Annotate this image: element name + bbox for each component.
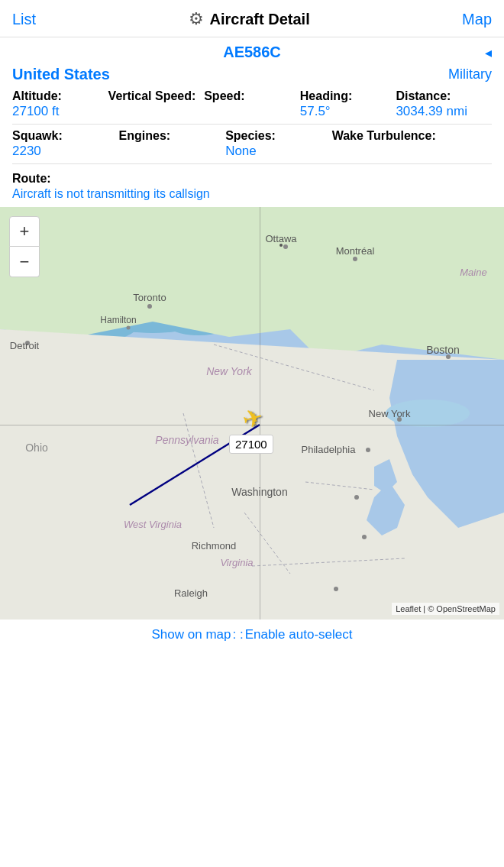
svg-text:Boston: Boston — [426, 344, 460, 356]
svg-text:West Virginia: West Virginia — [124, 519, 182, 530]
engines-label: Engines: — [119, 129, 226, 143]
header-center: ⚙ Aircraft Detail — [189, 9, 310, 29]
svg-text:New York: New York — [369, 408, 411, 419]
list-button[interactable]: List — [12, 11, 36, 28]
classification-badge: Military — [448, 66, 492, 82]
country-name: United States — [12, 66, 110, 83]
route-value: Aircraft is not transmitting its callsig… — [12, 187, 492, 201]
below-map: Show on map : : Enable auto-select — [0, 620, 504, 650]
info-section-2: Squawk: 2230 Engines: Species: None Wake… — [0, 129, 504, 159]
svg-point-23 — [366, 448, 370, 452]
callsign: AE586C — [223, 44, 281, 61]
species-value: None — [225, 144, 332, 159]
info-row-1: Altitude: 27100 ft Vertical Speed: Speed… — [12, 89, 492, 119]
heading-value: 57.5° — [300, 104, 396, 119]
svg-text:Ohio: Ohio — [25, 442, 48, 454]
divider-2 — [12, 163, 492, 164]
engines-col: Engines: — [119, 129, 226, 159]
wake-turbulence-col: Wake Turbulence: — [332, 129, 492, 159]
vertical-speed-col: Vertical Speed: — [108, 89, 205, 119]
separator: : : — [232, 627, 243, 642]
leaflet-attribution: Leaflet | © OpenStreetMap — [396, 604, 496, 613]
callsign-row: AE586C ◂ — [0, 37, 504, 63]
route-section: Route: Aircraft is not transmitting its … — [0, 169, 504, 207]
distance-col: Distance: 3034.39 nmi — [396, 89, 492, 119]
altitude-label: Altitude: — [12, 89, 108, 103]
heading-col: Heading: 57.5° — [300, 89, 396, 119]
svg-text:Hamilton: Hamilton — [100, 315, 136, 325]
gear-icon[interactable]: ⚙ — [189, 9, 204, 29]
squawk-col: Squawk: 2230 — [12, 129, 119, 159]
svg-text:Toronto: Toronto — [133, 292, 166, 303]
map-attribution: Leaflet | © OpenStreetMap — [392, 603, 499, 615]
divider-1 — [12, 124, 492, 125]
species-col: Species: None — [225, 129, 332, 159]
back-arrow-icon[interactable]: ◂ — [485, 44, 492, 61]
svg-point-25 — [362, 535, 367, 539]
enable-autoselect-link[interactable]: Enable auto-select — [245, 627, 353, 642]
zoom-in-button[interactable]: + — [9, 216, 40, 247]
svg-text:Ottawa: Ottawa — [265, 233, 297, 244]
svg-text:Philadelphia: Philadelphia — [302, 444, 357, 455]
info-section-1: Altitude: 27100 ft Vertical Speed: Speed… — [0, 89, 504, 119]
svg-point-17 — [353, 257, 357, 261]
svg-point-19 — [127, 326, 131, 330]
svg-text:Virginia: Virginia — [220, 557, 253, 568]
map-controls: + − — [9, 216, 40, 277]
page-title: Aircraft Detail — [210, 11, 310, 28]
speed-label: Speed: — [204, 89, 300, 103]
svg-point-26 — [334, 587, 338, 591]
header: List ⚙ Aircraft Detail Map — [0, 0, 504, 37]
svg-point-24 — [354, 495, 359, 500]
squawk-value: 2230 — [12, 144, 119, 159]
wake-turbulence-label: Wake Turbulence: — [332, 129, 492, 143]
svg-text:Richmond: Richmond — [192, 540, 237, 552]
route-label: Route: — [12, 172, 492, 186]
svg-text:Detroit: Detroit — [10, 340, 40, 351]
squawk-label: Squawk: — [12, 129, 119, 143]
altitude-tooltip: 27100 — [229, 435, 273, 454]
country-row: United States Military — [0, 63, 504, 89]
zoom-out-button[interactable]: − — [9, 247, 40, 277]
info-row-2: Squawk: 2230 Engines: Species: None Wake… — [12, 129, 492, 159]
svg-point-28 — [279, 244, 283, 247]
speed-col: Speed: — [204, 89, 300, 119]
svg-point-18 — [147, 304, 152, 309]
distance-value: 3034.39 nmi — [396, 104, 492, 119]
heading-label: Heading: — [300, 89, 396, 103]
distance-label: Distance: — [396, 89, 492, 103]
show-on-map-link[interactable]: Show on map — [152, 627, 231, 642]
altitude-value: 27100 ft — [12, 104, 108, 119]
svg-text:Raleigh: Raleigh — [174, 587, 208, 599]
species-label: Species: — [225, 129, 332, 143]
altitude-col: Altitude: 27100 ft — [12, 89, 108, 119]
svg-text:Pennsylvania: Pennsylvania — [155, 434, 218, 446]
map-container: Ottawa Montréal Toronto Hamilton Detroit… — [0, 207, 504, 620]
svg-text:Montréal: Montréal — [336, 245, 375, 257]
svg-point-16 — [283, 244, 288, 249]
svg-text:Maine: Maine — [460, 267, 486, 278]
svg-text:New York: New York — [206, 365, 253, 377]
map-button[interactable]: Map — [462, 11, 492, 28]
vertical-speed-label: Vertical Speed: — [108, 89, 205, 103]
show-on-map-row: Show on map : : Enable auto-select — [12, 627, 492, 642]
